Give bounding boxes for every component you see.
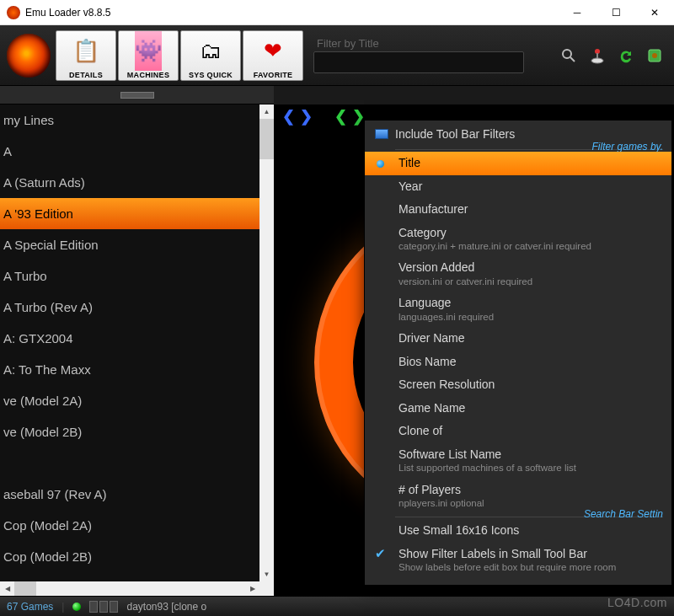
scroll-right-arrow-icon[interactable]: ▶	[245, 581, 259, 596]
filter-input[interactable]	[313, 51, 524, 73]
menu-item-label: Game Name	[399, 401, 660, 416]
settings-gear-icon[interactable]	[644, 45, 666, 67]
menu-item-year[interactable]: Year	[365, 175, 671, 199]
status-led-icon	[72, 603, 81, 611]
scroll-corner	[259, 581, 274, 596]
maximize-button[interactable]: ☐	[596, 0, 635, 25]
menu-item-show-filter-labels-in-small-tool-bar[interactable]: ✔Show Filter Labels in Small Tool BarSho…	[365, 543, 671, 578]
menu-item-sublabel: category.ini + mature.ini or catver.ini …	[399, 240, 660, 252]
status-rom-name: dayton93 [clone o	[126, 601, 206, 613]
status-chips-icon	[89, 601, 118, 613]
filter-by-label: Filter by Title	[317, 37, 556, 50]
radio-bullet-icon	[377, 160, 384, 168]
menu-item-software-list-name[interactable]: Software List NameList supported machine…	[365, 443, 671, 479]
menu-item-version-added[interactable]: Version Addedversion.ini or catver.ini r…	[365, 256, 671, 292]
status-bar: 67 Games | dayton93 [clone o	[0, 596, 674, 616]
toolbar-button-favorite[interactable]: ❤FAVORITE	[243, 30, 303, 81]
scroll-thumb-h[interactable]	[14, 581, 36, 596]
nav-prev-icon[interactable]: ❮	[282, 107, 295, 126]
game-list-item[interactable]: ve (Model 2A)	[0, 385, 259, 416]
game-list-item[interactable]	[0, 447, 259, 479]
menu-item-label: Version Added	[399, 260, 660, 276]
menu-item-sublabel: Show labels before edit box but require …	[399, 561, 660, 573]
menu-item-category[interactable]: Categorycategory.ini + mature.ini or cat…	[365, 222, 671, 257]
left-tab-strip[interactable]	[0, 86, 274, 104]
svg-rect-3	[596, 53, 598, 58]
game-list-item[interactable]: Cop (Model 2A)	[0, 510, 259, 541]
toolbar-button-label: SYS QUICK	[189, 71, 233, 79]
logo-swirl-icon[interactable]	[7, 34, 51, 78]
toolbar-button-label: MACHINES	[127, 71, 169, 79]
toolbar-button-label: FAVORITE	[254, 71, 293, 79]
menu-item-label: Bios Name	[399, 355, 660, 370]
nav-next-icon[interactable]: ❯	[300, 107, 313, 126]
menu-item-use-small-16x16-icons[interactable]: Use Small 16x16 Icons	[365, 519, 671, 543]
menu-item-title[interactable]: Title	[365, 152, 671, 175]
menu-section-caption: Filter games by.	[592, 141, 663, 153]
window-icon	[375, 129, 388, 139]
nav-last-icon[interactable]: ❯	[352, 107, 365, 126]
scroll-thumb[interactable]	[259, 119, 274, 159]
toolbar-button-machines[interactable]: 👾MACHINES	[118, 30, 179, 81]
toolbar-button-sys-quick[interactable]: 🗂SYS QUICK	[180, 30, 241, 81]
game-list-item[interactable]: A: To The Maxx	[0, 354, 259, 385]
refresh-icon[interactable]	[615, 45, 637, 67]
toolbar-glyph-icon: 🗂	[200, 31, 222, 71]
menu-item-driver-name[interactable]: Driver Name	[365, 327, 671, 351]
toolbar-glyph-icon: 👾	[135, 31, 162, 71]
app-body: 📋DETAILS👾MACHINES🗂SYS QUICK❤FAVORITE Fil…	[0, 25, 674, 616]
game-list-item[interactable]: A	[0, 136, 259, 167]
game-list-item[interactable]: ve (Model 2B)	[0, 416, 259, 447]
menu-item-label: # of Players	[399, 483, 660, 498]
close-button[interactable]: ✕	[635, 0, 674, 25]
menu-item-label: Use Small 16x16 Icons	[399, 523, 660, 538]
menu-item-screen-resolution[interactable]: Screen Resolution	[365, 373, 671, 397]
scroll-down-arrow-icon[interactable]: ▼	[259, 567, 274, 581]
game-list-item[interactable]: A Special Edition	[0, 229, 259, 260]
joystick-icon[interactable]	[586, 45, 608, 67]
game-list-item[interactable]: A '93 Edition	[0, 198, 259, 229]
game-list-item[interactable]: A (Saturn Ads)	[0, 167, 259, 198]
vertical-scrollbar[interactable]: ▲ ▼	[259, 104, 274, 581]
menu-item-label: Software List Name	[399, 447, 660, 463]
menu-item-language[interactable]: Languagelanguages.ini required	[365, 292, 671, 327]
menu-item-clone-of[interactable]: Clone of	[365, 420, 671, 443]
menu-item-sublabel: nplayers.ini optional	[399, 497, 660, 509]
menu-item-label: Driver Name	[399, 331, 660, 346]
scroll-up-arrow-icon[interactable]: ▲	[259, 104, 274, 119]
game-list-item[interactable]: my Lines	[0, 104, 259, 136]
watermark: LO4D.com	[607, 596, 667, 609]
toolbar-button-details[interactable]: 📋DETAILS	[56, 30, 116, 81]
menu-item-sublabel: version.ini or catver.ini required	[399, 276, 660, 287]
toolbar-button-label: DETAILS	[69, 71, 103, 79]
toolbar-glyph-icon: 📋	[72, 31, 99, 71]
menu-item-label: Title	[399, 156, 660, 171]
scroll-left-arrow-icon[interactable]: ◀	[0, 581, 14, 596]
svg-point-4	[591, 58, 603, 63]
menu-separator: Search Bar Settin	[395, 517, 663, 517]
menu-item-bios-name[interactable]: Bios Name	[365, 351, 671, 374]
filter-context-menu: Include Tool Bar Filters Filter games by…	[364, 120, 672, 586]
game-list: my LinesAA (Saturn Ads)A '93 EditionA Sp…	[0, 104, 274, 596]
game-list-item[interactable]: Cop (Model 2B)	[0, 541, 259, 572]
menu-item-sublabel: List supported machines of a software li…	[399, 462, 660, 474]
toolbar-glyph-icon: ❤	[264, 31, 282, 71]
horizontal-scrollbar[interactable]: ◀ ▶	[0, 581, 259, 596]
nav-first-icon[interactable]: ❮	[334, 107, 347, 126]
menu-item-manufacturer[interactable]: Manufacturer	[365, 198, 671, 222]
game-list-item[interactable]: A: GTX2004	[0, 323, 259, 354]
toolbar-right-icons	[558, 45, 671, 67]
grip-handle-icon	[120, 92, 154, 99]
menu-item-game-name[interactable]: Game Name	[365, 397, 671, 420]
menu-item-label: Screen Resolution	[399, 378, 660, 393]
search-icon[interactable]	[558, 45, 580, 67]
svg-point-6	[652, 53, 657, 58]
game-list-item[interactable]: A Turbo (Rev A)	[0, 292, 259, 323]
svg-point-0	[563, 50, 571, 58]
menu-item-label: Clone of	[399, 424, 660, 439]
game-list-item[interactable]: A Turbo	[0, 260, 259, 292]
svg-line-1	[570, 57, 575, 62]
game-list-item[interactable]: aseball 97 (Rev A)	[0, 479, 259, 510]
minimize-button[interactable]: ─	[558, 0, 596, 25]
menu-item-sublabel: languages.ini required	[399, 311, 660, 323]
